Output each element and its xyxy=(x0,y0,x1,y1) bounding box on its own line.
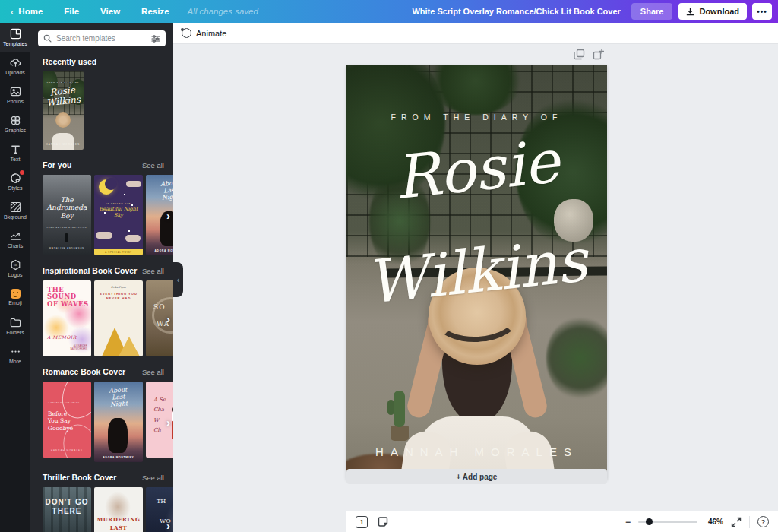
thumb-author: ADORA MONTMINY xyxy=(94,456,143,459)
thumb-kicker: FROM THE DIARY OF xyxy=(43,81,84,84)
sidebar-item-uploads[interactable]: Uploads xyxy=(0,52,30,81)
sidebar-item-label: Styles xyxy=(8,185,22,191)
cover-author-text[interactable]: HANNAH MORALES xyxy=(346,445,607,458)
add-page-icon[interactable] xyxy=(593,49,604,60)
section-title: Recently used xyxy=(43,57,96,66)
zoom-out-button[interactable]: − xyxy=(625,517,631,527)
logos-icon: co. xyxy=(10,259,21,271)
sidebar-item-photos[interactable]: Photos xyxy=(0,81,30,109)
status-bar: 1 − 46% ? xyxy=(346,511,778,532)
filter-icon[interactable] xyxy=(151,34,160,43)
context-toolbar: Animate xyxy=(173,23,778,44)
sidebar-item-label: Photos xyxy=(7,99,24,104)
home-button[interactable]: ‹ Home xyxy=(0,6,53,17)
sidebar-item-styles[interactable]: Styles xyxy=(0,167,30,196)
animate-button[interactable]: Animate xyxy=(182,28,226,38)
templates-panel: Recently used FROM THE DIARY OF RosieWil… xyxy=(30,23,173,532)
template-thumb-before-you-say-goodbye[interactable]: A NOVEL OF THE HEART BeforeYou SayGoodby… xyxy=(43,382,91,458)
row-scroll-chevron[interactable]: › xyxy=(166,519,170,532)
panel-collapse-button[interactable]: ‹ xyxy=(173,262,183,297)
share-button[interactable]: Share xyxy=(631,3,673,20)
zoom-slider[interactable] xyxy=(638,521,697,523)
row-scroll-chevron[interactable]: › xyxy=(166,312,170,325)
notes-icon[interactable] xyxy=(377,516,389,528)
sidebar-item-graphics[interactable]: Graphics xyxy=(0,109,30,138)
thumb-title: TH xyxy=(157,498,166,505)
cover-kicker-text[interactable]: FROM THE DIARY OF xyxy=(346,112,607,122)
page-actions xyxy=(574,49,604,60)
top-bar: ‹ Home File View Resize All changes save… xyxy=(0,0,778,23)
sidebar-item-background[interactable]: Bkground xyxy=(0,196,30,225)
help-button[interactable]: ? xyxy=(757,516,769,527)
thumb-title: SO xyxy=(153,303,166,311)
see-all-link[interactable]: See all xyxy=(142,473,164,482)
sidebar-item-emoji[interactable]: Emoji xyxy=(0,283,30,312)
row-scroll-chevron[interactable]: › xyxy=(166,209,170,222)
topbar-more-button[interactable]: ••• xyxy=(752,3,772,20)
thumb-title: MURDERINGLASTSUMMER xyxy=(94,516,143,532)
search-bar[interactable] xyxy=(38,30,166,46)
thumb-subtitle: A MEMOIR xyxy=(47,334,77,340)
sidebar-item-text[interactable]: Text xyxy=(0,138,30,167)
sidebar-item-charts[interactable]: Charts xyxy=(0,225,30,254)
row-scroll-chevron[interactable]: › xyxy=(166,416,170,429)
document-title[interactable]: White Script Overlay Romance/Chick Lit B… xyxy=(412,7,620,16)
fullscreen-icon[interactable] xyxy=(731,517,742,527)
thumb-subtitle: FROM BEYOND EVERYTHING xyxy=(43,226,91,229)
back-chevron-icon: ‹ xyxy=(11,6,14,17)
sidebar-item-templates[interactable]: Templates xyxy=(0,23,30,52)
template-thumb-sound-of-waves[interactable]: THESOUNDOF WAVES A MEMOIR ALEXANDERSALTW… xyxy=(43,280,91,356)
sidebar-item-label: Text xyxy=(11,157,21,162)
template-thumb-beautiful-night-sky[interactable]: IN FOLLOW THE Beautiful Night Sky believ… xyxy=(94,175,143,255)
search-input[interactable] xyxy=(56,34,147,43)
page-manager-button[interactable]: 1 xyxy=(356,516,368,528)
thumb-kicker: A NOVEL OF THE HEART xyxy=(48,401,80,404)
canvas-area: Animate FROM THE DIA xyxy=(173,23,778,532)
template-thumb-about-last-night[interactable]: AboutLastNight ADORA MONTMINY xyxy=(94,382,143,462)
charts-icon xyxy=(10,230,21,242)
text-icon xyxy=(10,144,21,155)
duplicate-page-icon[interactable] xyxy=(574,49,585,60)
home-label: Home xyxy=(18,7,43,16)
more-icon xyxy=(10,346,21,357)
thumb-title: AboutLastNight xyxy=(94,386,143,410)
thumb-author: ADORA MONTMINY xyxy=(146,249,173,252)
resize-menu[interactable]: Resize xyxy=(131,7,179,16)
statusbar-divider xyxy=(749,516,750,528)
see-all-link[interactable]: See all xyxy=(142,161,164,169)
add-page-button[interactable]: + Add page xyxy=(346,469,607,484)
sidebar-item-label: Bkground xyxy=(4,214,27,220)
collapse-chevron-icon: ‹ xyxy=(177,276,179,284)
see-all-link[interactable]: See all xyxy=(142,368,164,376)
recently-used-row: FROM THE DIARY OF RosieWilkins HANNAH MO… xyxy=(43,71,173,150)
thumb-mountain-decor xyxy=(119,337,140,356)
background-icon xyxy=(10,201,21,213)
photos-icon xyxy=(10,86,21,97)
zoom-slider-handle[interactable] xyxy=(646,518,653,525)
template-thumb-everything-you-never-had[interactable]: Erika Piper EVERYTHING YOUNEVER HAD xyxy=(94,280,143,356)
sidebar-item-more[interactable]: More xyxy=(0,340,30,369)
statusbar-right: − 46% ? xyxy=(625,516,769,528)
download-icon xyxy=(686,8,694,16)
thumb-decor xyxy=(52,133,74,150)
download-button[interactable]: Download xyxy=(678,3,747,20)
template-thumb-dont-go-there[interactable]: AN UNFORGETTABLE STORY DON'T GOTHERE xyxy=(43,487,91,532)
styles-notification-dot xyxy=(20,170,24,175)
see-all-link[interactable]: See all xyxy=(142,267,164,275)
thumb-title: AboutLastNight xyxy=(146,179,173,203)
sidebar-item-label: More xyxy=(9,359,21,364)
thumb-title: RosieWilkins xyxy=(43,84,84,109)
zoom-level[interactable]: 46% xyxy=(705,518,723,526)
thumb-author: MADELINE ANDERSON xyxy=(43,247,91,250)
sidebar-item-folders[interactable]: Folders xyxy=(0,312,30,340)
template-thumb-andromeda-boy[interactable]: TheAndromedaBoy FROM BEYOND EVERYTHING M… xyxy=(43,175,91,255)
thumb-kicker: AN UNFORGETTABLE STORY xyxy=(43,491,91,493)
download-label: Download xyxy=(699,7,739,16)
design-page[interactable]: FROM THE DIARY OF Rosie Wilkins HANNAH M… xyxy=(346,65,607,480)
file-menu[interactable]: File xyxy=(53,7,90,16)
thumb-title: EVERYTHING YOUNEVER HAD xyxy=(94,292,143,302)
template-thumb-rosie-wilkins[interactable]: FROM THE DIARY OF RosieWilkins HANNAH MO… xyxy=(43,71,84,150)
sidebar-item-logos[interactable]: co. Logos xyxy=(0,254,30,283)
view-menu[interactable]: View xyxy=(90,7,131,16)
template-thumb-murdering-last-summer[interactable]: A DETECTIVE LIN MYSTERY MURDERINGLASTSUM… xyxy=(94,487,143,532)
